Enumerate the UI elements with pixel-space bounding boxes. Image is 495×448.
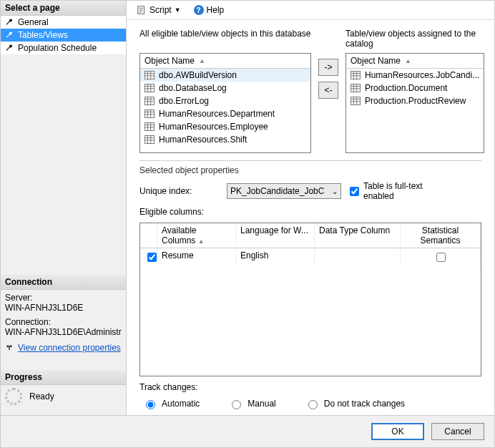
col-semantics[interactable]: Statistical Semantics [401,223,481,248]
help-button[interactable]: ? Help [191,4,227,16]
row-include-checkbox[interactable] [147,253,157,262]
fulltext-enabled-input[interactable] [350,187,359,196]
chevron-down-icon: ▼ [175,6,181,14]
eligible-list[interactable]: Object Name ▲ dbo.AWBuildVersiondbo.Data… [139,53,311,153]
fulltext-enabled-checkbox[interactable]: Table is full-text enabled [350,181,428,201]
dialog-main: Select a page GeneralTables/ViewsPopulat… [1,1,494,415]
unique-index-row: Unique index: PK_JobCandidate_JobC ⌄ Tab… [139,181,481,201]
grid-body: ResumeEnglish [140,248,481,376]
col-available[interactable]: Available Columns [162,225,196,245]
table-icon [144,135,155,144]
eligible-columns-label: Eligible columns: [139,207,481,217]
fulltext-enabled-label: Table is full-text enabled [363,181,428,201]
svg-rect-19 [145,109,155,117]
row-language[interactable]: English [236,248,315,266]
eligible-label: All eligible table/view objects in this … [139,29,311,50]
track-auto-label: Automatic [162,399,200,409]
cancel-button[interactable]: Cancel [431,423,484,440]
progress-title: Progress [1,370,126,385]
list-item[interactable]: HumanResources.Employee [140,120,310,133]
eligible-body: dbo.AWBuildVersiondbo.DatabaseLogdbo.Err… [140,69,310,152]
chevron-down-icon: ⌄ [332,188,338,195]
wrench-icon [5,44,14,52]
sidebar-item-tables-views[interactable]: Tables/Views [1,29,126,42]
list-item[interactable]: Production.ProductReview [346,94,484,107]
wrench-icon [5,31,14,39]
row-datatype[interactable] [315,248,401,266]
list-item[interactable]: dbo.DatabaseLog [140,82,310,94]
move-left-button[interactable]: <- [318,82,338,99]
sidebar-item-population-schedule[interactable]: Population Schedule [1,42,126,54]
help-label: Help [207,5,225,15]
svg-point-1 [10,345,12,347]
sort-asc-icon: ▲ [199,57,205,64]
props-title: Selected object properties [139,165,481,175]
svg-rect-29 [145,135,155,143]
view-connection-properties-link[interactable]: View connection properties [18,343,121,353]
wrench-icon [5,18,14,26]
assigned-header[interactable]: Object Name ▲ [346,54,484,69]
object-name: HumanResources.Shift [159,135,247,145]
object-name-header: Object Name [351,56,401,66]
ok-button[interactable]: OK [371,423,424,440]
sidebar-item-label: Tables/Views [18,30,68,40]
object-name: HumanResources.JobCandi... [365,70,479,80]
sort-asc-icon: ▲ [405,57,411,64]
track-manual-option[interactable]: Manual [228,398,275,409]
col-datatype[interactable]: Data Type Column [315,223,401,248]
svg-rect-24 [145,122,155,130]
svg-point-0 [6,345,9,347]
list-item[interactable]: HumanResources.Shift [140,133,310,146]
object-name: dbo.DatabaseLog [159,83,227,93]
list-item[interactable]: dbo.AWBuildVersion [140,69,310,82]
table-icon [351,97,361,105]
lists-row: All eligible table/view objects in this … [139,29,481,153]
svg-rect-39 [351,84,361,92]
track-none-radio[interactable] [308,400,318,409]
sidebar-item-general[interactable]: General [1,16,126,29]
sidebar-item-label: Population Schedule [18,43,97,53]
move-right-button[interactable]: -> [318,59,338,76]
progress-status: Ready [29,391,54,401]
track-none-label: Do not track changes [324,399,405,409]
script-icon [137,5,147,15]
track-none-option[interactable]: Do not track changes [305,398,405,409]
list-item[interactable]: HumanResources.Department [140,107,310,120]
page-list: GeneralTables/ViewsPopulation Schedule [1,16,126,54]
object-name: Production.Document [365,83,447,93]
table-icon [351,84,361,92]
grid-header: Available Columns ▲ Language for W... Da… [140,223,481,248]
content-area: Script ▼ ? Help All eligible table/view … [127,1,494,415]
table-icon [144,97,155,105]
object-name: HumanResources.Employee [159,122,268,132]
connection-label: Connection: [5,317,122,327]
connection-block: Server: WIN-AFNHJ3L1D6E Connection: WIN-… [1,290,126,356]
eligible-columns-grid[interactable]: Available Columns ▲ Language for W... Da… [139,223,481,376]
row-semantics-checkbox[interactable] [436,253,446,262]
server-value: WIN-AFNHJ3L1D6E [5,303,122,313]
col-language[interactable]: Language for W... [236,223,315,248]
list-item[interactable]: HumanResources.JobCandi... [346,69,484,82]
track-manual-radio[interactable] [232,400,241,409]
assigned-list[interactable]: Object Name ▲ HumanResources.JobCandi...… [345,53,484,153]
progress-spinner-icon [5,388,22,405]
grid-row[interactable]: ResumeEnglish [140,248,481,266]
table-icon [144,122,155,131]
track-auto-option[interactable]: Automatic [142,398,200,409]
eligible-column: All eligible table/view objects in this … [139,29,311,153]
connection-title: Connection [1,275,126,290]
table-icon [351,71,361,79]
unique-index-combo[interactable]: PK_JobCandidate_JobC ⌄ [227,183,341,199]
object-name: Production.ProductReview [365,96,466,106]
assigned-column: Table/view objects assigned to the catal… [345,29,484,153]
svg-rect-9 [145,84,155,92]
list-item[interactable]: Production.Document [346,82,484,94]
list-item[interactable]: dbo.ErrorLog [140,94,310,107]
unique-index-value: PK_JobCandidate_JobC [230,186,324,196]
script-button[interactable]: Script ▼ [134,4,184,16]
eligible-header[interactable]: Object Name ▲ [140,54,310,69]
track-auto-radio[interactable] [146,400,155,409]
object-name-header: Object Name [144,56,195,66]
table-icon [144,71,155,79]
connection-value: WIN-AFNHJ3L1D6E\Administrator [5,327,122,337]
